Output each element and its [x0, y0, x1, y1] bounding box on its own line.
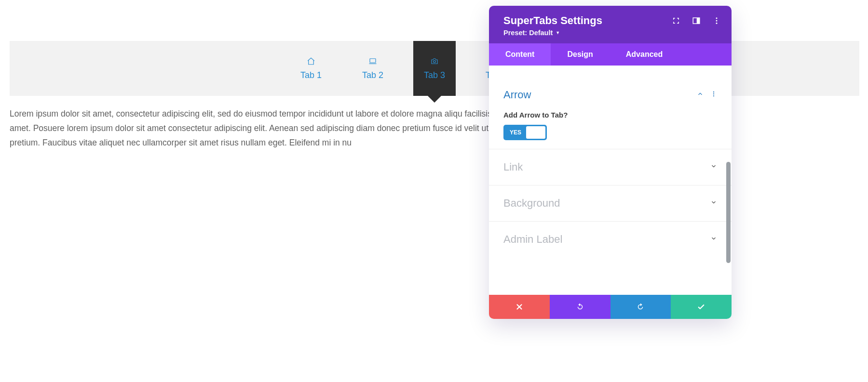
- tab-content[interactable]: Content: [489, 43, 551, 66]
- panel-footer: [489, 295, 732, 319]
- save-button[interactable]: [671, 295, 732, 319]
- svg-point-11: [713, 93, 714, 94]
- preset-selector[interactable]: Preset: Default ▼: [503, 29, 602, 37]
- chevron-down-icon: [710, 163, 717, 171]
- tab-3[interactable]: Tab 3: [413, 41, 456, 96]
- cancel-button[interactable]: [489, 295, 550, 319]
- svg-point-1: [434, 60, 436, 63]
- sidebar-icon[interactable]: [692, 16, 701, 25]
- close-icon: [515, 303, 524, 311]
- settings-panel: SuperTabs Settings Preset: Default ▼ Con…: [489, 6, 732, 319]
- redo-icon: [636, 303, 645, 311]
- setting-label: Add Arrow to Tab?: [503, 111, 717, 119]
- chevron-up-icon[interactable]: [697, 91, 704, 99]
- svg-point-10: [713, 92, 714, 92]
- section-title: Background: [503, 197, 560, 210]
- svg-point-8: [716, 20, 718, 22]
- svg-point-12: [713, 95, 714, 96]
- tab-label: Tab 3: [424, 70, 445, 80]
- expand-icon[interactable]: [672, 16, 680, 25]
- toggle-knob: [526, 126, 545, 139]
- more-icon[interactable]: [710, 91, 717, 99]
- svg-point-7: [716, 17, 718, 19]
- section-title[interactable]: Arrow: [503, 89, 531, 101]
- chevron-down-icon: [710, 235, 717, 244]
- undo-button[interactable]: [550, 295, 610, 319]
- svg-rect-6: [697, 18, 700, 24]
- tab-design[interactable]: Design: [551, 43, 609, 66]
- section-title: Admin Label: [503, 233, 562, 246]
- section-title: Link: [503, 161, 523, 173]
- tab-2[interactable]: Tab 2: [352, 41, 394, 96]
- check-icon: [697, 303, 705, 311]
- redo-button[interactable]: [610, 295, 671, 319]
- svg-point-9: [716, 23, 718, 24]
- section-background[interactable]: Background: [489, 185, 732, 221]
- home-icon: [306, 57, 316, 66]
- laptop-icon: [368, 57, 378, 66]
- tab-label: Tab 2: [362, 70, 383, 80]
- panel-title: SuperTabs Settings: [503, 14, 602, 27]
- section-link[interactable]: Link: [489, 149, 732, 185]
- toggle-label: YES: [505, 129, 526, 136]
- undo-icon: [576, 303, 584, 311]
- content-preview: Tab 1 Tab 2 Tab 3 Tab 4 Tab 5: [10, 41, 859, 150]
- preset-label: Preset: Default: [503, 29, 553, 37]
- more-icon[interactable]: [712, 16, 721, 25]
- panel-tabs: Content Design Advanced: [489, 43, 732, 66]
- tabs-strip: Tab 1 Tab 2 Tab 3 Tab 4 Tab 5: [10, 41, 859, 96]
- tab-advanced[interactable]: Advanced: [610, 43, 679, 66]
- tab-1[interactable]: Tab 1: [290, 41, 332, 96]
- body-text: Lorem ipsum dolor sit amet, consectetur …: [10, 106, 540, 150]
- svg-rect-0: [370, 58, 376, 62]
- section-admin-label[interactable]: Admin Label: [489, 221, 732, 257]
- chevron-down-icon: [710, 199, 717, 208]
- scrollbar[interactable]: [726, 162, 731, 263]
- section-arrow: Arrow Add Arrow to Tab? YES: [489, 80, 732, 149]
- panel-body: Arrow Add Arrow to Tab? YES Link: [489, 66, 732, 295]
- caret-down-icon: ▼: [556, 30, 560, 35]
- camera-icon: [430, 57, 439, 66]
- add-arrow-toggle[interactable]: YES: [503, 125, 547, 140]
- tab-label: Tab 1: [300, 70, 322, 80]
- panel-header: SuperTabs Settings Preset: Default ▼: [489, 6, 732, 43]
